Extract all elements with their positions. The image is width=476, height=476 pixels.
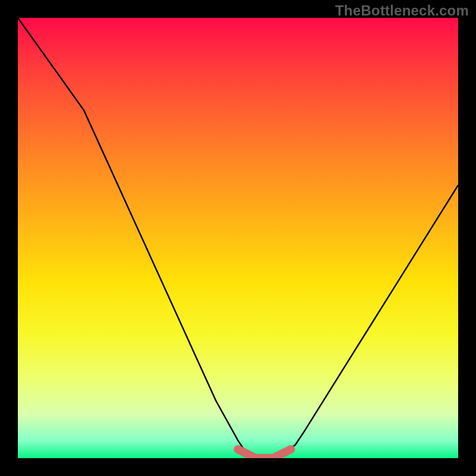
curve-svg: [18, 18, 458, 458]
chart-frame: TheBottleneck.com: [0, 0, 476, 476]
bottleneck-curve: [18, 18, 458, 458]
flat-bottom-highlight: [238, 449, 291, 458]
watermark-text: TheBottleneck.com: [335, 2, 469, 19]
plot-area: [18, 18, 458, 458]
